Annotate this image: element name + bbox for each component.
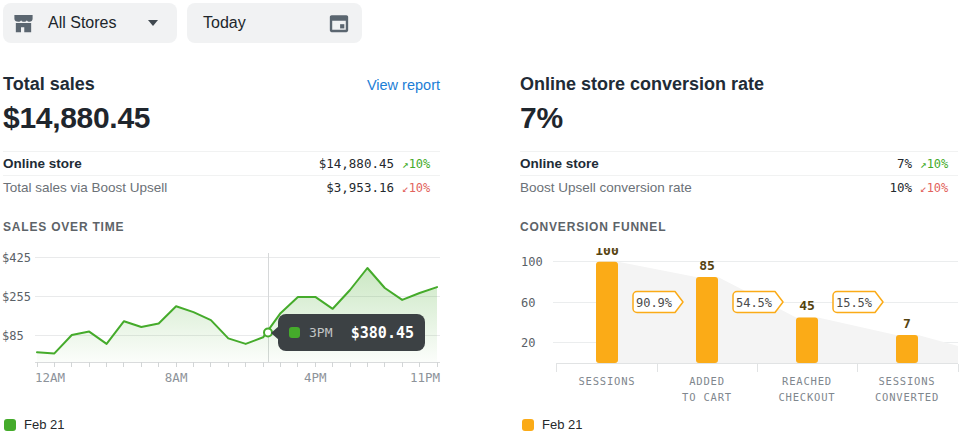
row-label: Total sales via Boost Upsell xyxy=(3,180,167,195)
funnel-bar xyxy=(896,335,918,363)
y-tick-label: 100 xyxy=(521,255,543,269)
trend-value: 10% xyxy=(927,181,949,195)
legend-swatch-orange xyxy=(522,419,534,431)
x-tick-label: 11PM xyxy=(410,370,440,385)
analytics-dashboard: All Stores Today Total sales View report… xyxy=(0,0,960,431)
store-filter-button[interactable]: All Stores xyxy=(3,3,177,43)
store-filter-label: All Stores xyxy=(48,14,116,32)
category-label: SESSIONS xyxy=(879,375,936,387)
bar-value-label: 85 xyxy=(699,258,715,273)
bar-value-label: 45 xyxy=(799,298,815,313)
y-tick-label: 20 xyxy=(521,336,535,350)
conversion-rate-title: Online store conversion rate xyxy=(520,74,764,95)
x-tick-label: 12AM xyxy=(35,370,65,385)
date-filter-label: Today xyxy=(203,14,246,32)
row-value: $3,953.16 xyxy=(326,180,394,195)
trend-value: 10% xyxy=(927,157,949,171)
category-label: CHECKOUT xyxy=(779,391,836,403)
tooltip-time: 3PM xyxy=(309,325,332,340)
row-value: $14,880.45 xyxy=(319,156,394,171)
table-row: Boost Upsell conversion rate 10% ↙10% xyxy=(520,175,958,199)
series-swatch xyxy=(289,327,300,338)
view-report-link[interactable]: View report xyxy=(367,77,440,93)
conversion-rate-header: Online store conversion rate xyxy=(520,74,958,95)
sales-over-time-title: SALES OVER TIME xyxy=(3,220,124,234)
trend-badge: ↗10% xyxy=(920,157,958,171)
row-label: Online store xyxy=(3,156,82,171)
trend-up-icon: ↗ xyxy=(920,158,927,171)
table-row: Online store $14,880.45 ↗10% xyxy=(3,151,440,175)
total-sales-breakdown: Online store $14,880.45 ↗10% Total sales… xyxy=(3,151,440,199)
sales-chart-legend: Feb 21 xyxy=(4,417,64,431)
chart-tooltip: 3PM $380.45 xyxy=(278,314,425,351)
legend-label: Feb 21 xyxy=(542,417,582,431)
conversion-funnel-title: CONVERSION FUNNEL xyxy=(520,220,666,234)
y-tick-label: 60 xyxy=(521,296,535,310)
total-sales-header: Total sales View report xyxy=(3,74,440,95)
row-value: 10% xyxy=(889,180,912,195)
trend-value: 10% xyxy=(409,181,431,195)
trend-badge: ↙10% xyxy=(402,181,440,195)
category-label: ADDED xyxy=(689,375,725,387)
trend-up-icon: ↗ xyxy=(402,158,409,171)
conversion-rate-label: 54.5% xyxy=(736,296,773,310)
y-tick-label: $425 xyxy=(2,251,31,265)
category-label: REACHED xyxy=(782,375,832,387)
funnel-bar xyxy=(696,277,718,363)
category-label: TO CART xyxy=(682,391,732,403)
x-tick-label: 4PM xyxy=(304,370,327,385)
y-tick-label: $85 xyxy=(2,329,24,343)
row-value: 7% xyxy=(897,156,912,171)
legend-label: Feb 21 xyxy=(24,417,64,431)
legend-swatch-green xyxy=(4,419,16,431)
conversion-funnel-chart: 10060201008545790.9%54.5%15.5%SESSIONSAD… xyxy=(518,248,960,404)
y-tick-label: $255 xyxy=(2,290,31,304)
tooltip-value: $380.45 xyxy=(351,324,414,342)
table-row: Total sales via Boost Upsell $3,953.16 ↙… xyxy=(3,175,440,199)
calendar-icon xyxy=(328,12,350,34)
bar-value-label: 7 xyxy=(903,316,911,331)
category-label: CONVERTED xyxy=(875,391,939,403)
storefront-icon xyxy=(12,12,35,35)
conversion-breakdown: Online store 7% ↗10% Boost Upsell conver… xyxy=(520,151,958,199)
row-label: Online store xyxy=(520,156,599,171)
table-row: Online store 7% ↗10% xyxy=(520,151,958,175)
trend-badge: ↗10% xyxy=(402,157,440,171)
funnel-chart-legend: Feb 21 xyxy=(522,417,582,431)
x-tick-label: 8AM xyxy=(165,370,188,385)
trend-down-icon: ↙ xyxy=(402,182,409,195)
total-sales-value: $14,880.45 xyxy=(3,101,150,135)
funnel-bar xyxy=(796,317,818,363)
trend-down-icon: ↙ xyxy=(920,182,927,195)
category-label: SESSIONS xyxy=(579,375,636,387)
conversion-rate-value: 7% xyxy=(520,101,563,135)
trend-badge: ↙10% xyxy=(920,181,958,195)
date-filter-button[interactable]: Today xyxy=(187,3,362,43)
row-label: Boost Upsell conversion rate xyxy=(520,180,692,195)
trend-value: 10% xyxy=(409,157,431,171)
total-sales-title: Total sales xyxy=(3,74,95,95)
conversion-rate-label: 15.5% xyxy=(836,296,873,310)
bar-value-label: 100 xyxy=(595,248,619,258)
chevron-down-icon xyxy=(147,19,159,27)
conversion-rate-label: 90.9% xyxy=(636,296,673,310)
funnel-bar xyxy=(596,262,618,363)
